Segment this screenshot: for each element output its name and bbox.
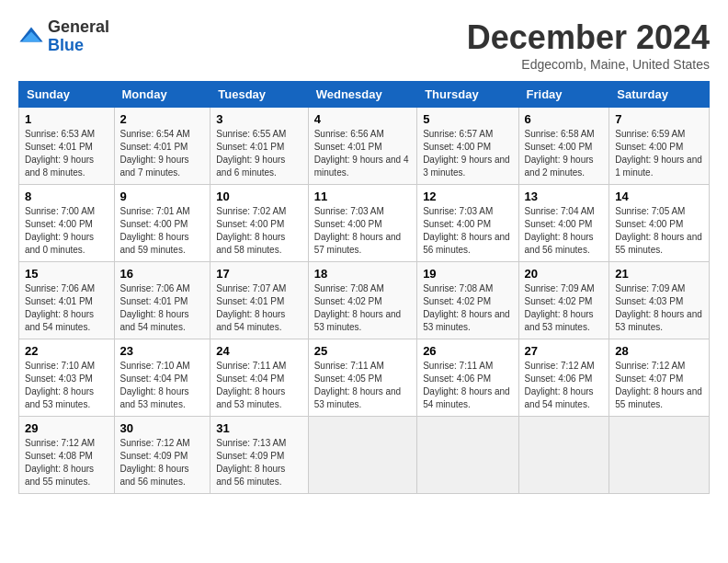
- day-number: 26: [423, 344, 512, 358]
- calendar-table: SundayMondayTuesdayWednesdayThursdayFrid…: [18, 81, 710, 494]
- day-number: 22: [25, 344, 108, 358]
- day-info: Sunrise: 7:06 AMSunset: 4:01 PMDaylight:…: [25, 283, 95, 332]
- day-cell: 13 Sunrise: 7:04 AMSunset: 4:00 PMDaylig…: [518, 185, 609, 262]
- day-cell: 7 Sunrise: 6:59 AMSunset: 4:00 PMDayligh…: [609, 108, 710, 185]
- day-cell: 29 Sunrise: 7:12 AMSunset: 4:08 PMDaylig…: [19, 417, 115, 494]
- day-number: 17: [216, 267, 301, 281]
- calendar-title: December 2024: [467, 18, 710, 57]
- header-thursday: Thursday: [417, 82, 518, 108]
- header-sunday: Sunday: [19, 82, 115, 108]
- day-info: Sunrise: 7:01 AMSunset: 4:00 PMDaylight:…: [120, 206, 190, 255]
- day-cell: 20 Sunrise: 7:09 AMSunset: 4:02 PMDaylig…: [518, 262, 609, 339]
- day-number: 10: [216, 190, 301, 203]
- day-cell: 24 Sunrise: 7:11 AMSunset: 4:04 PMDaylig…: [210, 339, 308, 417]
- day-info: Sunrise: 7:08 AMSunset: 4:02 PMDaylight:…: [423, 283, 510, 332]
- day-cell: 3 Sunrise: 6:55 AMSunset: 4:01 PMDayligh…: [210, 108, 308, 185]
- header-monday: Monday: [114, 82, 210, 108]
- day-cell: 25 Sunrise: 7:11 AMSunset: 4:05 PMDaylig…: [308, 339, 416, 417]
- day-cell: 14 Sunrise: 7:05 AMSunset: 4:00 PMDaylig…: [609, 185, 710, 262]
- day-info: Sunrise: 7:12 AMSunset: 4:09 PMDaylight:…: [120, 438, 190, 487]
- header: General Blue December 2024 Edgecomb, Mai…: [18, 18, 710, 72]
- day-cell: 5 Sunrise: 6:57 AMSunset: 4:00 PMDayligh…: [417, 108, 518, 185]
- day-info: Sunrise: 7:03 AMSunset: 4:00 PMDaylight:…: [314, 206, 402, 255]
- day-info: Sunrise: 7:12 AMSunset: 4:08 PMDaylight:…: [25, 438, 95, 487]
- day-cell: [518, 417, 609, 494]
- day-number: 5: [423, 112, 512, 126]
- day-info: Sunrise: 7:11 AMSunset: 4:05 PMDaylight:…: [314, 361, 402, 409]
- day-info: Sunrise: 7:07 AMSunset: 4:01 PMDaylight:…: [216, 283, 286, 332]
- day-number: 12: [423, 190, 512, 203]
- day-cell: 10 Sunrise: 7:02 AMSunset: 4:00 PMDaylig…: [210, 185, 308, 262]
- week-row-3: 15 Sunrise: 7:06 AMSunset: 4:01 PMDaylig…: [19, 262, 710, 339]
- header-tuesday: Tuesday: [210, 82, 308, 108]
- calendar-subtitle: Edgecomb, Maine, United States: [467, 57, 710, 72]
- day-number: 15: [25, 267, 108, 281]
- day-number: 24: [216, 344, 301, 358]
- day-number: 19: [423, 267, 512, 281]
- day-number: 29: [25, 421, 108, 435]
- calendar-header-row: SundayMondayTuesdayWednesdayThursdayFrid…: [19, 82, 710, 108]
- day-cell: 11 Sunrise: 7:03 AMSunset: 4:00 PMDaylig…: [308, 185, 416, 262]
- day-info: Sunrise: 6:53 AMSunset: 4:01 PMDaylight:…: [25, 129, 95, 178]
- logo-line1: General: [48, 18, 109, 37]
- header-wednesday: Wednesday: [308, 82, 416, 108]
- day-info: Sunrise: 6:56 AMSunset: 4:01 PMDaylight:…: [314, 129, 409, 178]
- day-number: 25: [314, 344, 411, 358]
- day-info: Sunrise: 7:09 AMSunset: 4:02 PMDaylight:…: [525, 283, 595, 332]
- day-cell: 2 Sunrise: 6:54 AMSunset: 4:01 PMDayligh…: [114, 108, 210, 185]
- day-cell: 12 Sunrise: 7:03 AMSunset: 4:00 PMDaylig…: [417, 185, 518, 262]
- day-cell: 4 Sunrise: 6:56 AMSunset: 4:01 PMDayligh…: [308, 108, 416, 185]
- day-cell: 8 Sunrise: 7:00 AMSunset: 4:00 PMDayligh…: [19, 185, 115, 262]
- day-number: 21: [615, 267, 703, 281]
- day-number: 2: [120, 112, 205, 126]
- day-info: Sunrise: 7:03 AMSunset: 4:00 PMDaylight:…: [423, 206, 510, 255]
- day-cell: 26 Sunrise: 7:11 AMSunset: 4:06 PMDaylig…: [417, 339, 518, 417]
- day-number: 7: [615, 112, 703, 126]
- day-number: 23: [120, 344, 205, 358]
- day-number: 4: [314, 112, 411, 126]
- day-cell: 17 Sunrise: 7:07 AMSunset: 4:01 PMDaylig…: [210, 262, 308, 339]
- day-cell: 6 Sunrise: 6:58 AMSunset: 4:00 PMDayligh…: [518, 108, 609, 185]
- day-cell: [308, 417, 416, 494]
- day-info: Sunrise: 7:00 AMSunset: 4:00 PMDaylight:…: [25, 206, 95, 255]
- day-info: Sunrise: 7:11 AMSunset: 4:06 PMDaylight:…: [423, 361, 510, 409]
- logo-line2: Blue: [48, 37, 109, 55]
- day-info: Sunrise: 7:04 AMSunset: 4:00 PMDaylight:…: [525, 206, 595, 255]
- day-cell: 30 Sunrise: 7:12 AMSunset: 4:09 PMDaylig…: [114, 417, 210, 494]
- day-info: Sunrise: 6:58 AMSunset: 4:00 PMDaylight:…: [525, 129, 595, 178]
- day-cell: 1 Sunrise: 6:53 AMSunset: 4:01 PMDayligh…: [19, 108, 115, 185]
- day-number: 11: [314, 190, 411, 203]
- day-info: Sunrise: 7:11 AMSunset: 4:04 PMDaylight:…: [216, 361, 286, 409]
- day-number: 16: [120, 267, 205, 281]
- day-number: 14: [615, 190, 703, 203]
- day-cell: 22 Sunrise: 7:10 AMSunset: 4:03 PMDaylig…: [19, 339, 115, 417]
- day-number: 31: [216, 421, 301, 435]
- day-number: 28: [615, 344, 703, 358]
- logo: General Blue: [18, 18, 109, 55]
- day-number: 6: [525, 112, 604, 126]
- day-cell: [417, 417, 518, 494]
- day-info: Sunrise: 7:09 AMSunset: 4:03 PMDaylight:…: [615, 283, 702, 332]
- week-row-1: 1 Sunrise: 6:53 AMSunset: 4:01 PMDayligh…: [19, 108, 710, 185]
- header-saturday: Saturday: [609, 82, 710, 108]
- day-info: Sunrise: 7:10 AMSunset: 4:04 PMDaylight:…: [120, 361, 190, 409]
- day-number: 20: [525, 267, 604, 281]
- day-cell: 18 Sunrise: 7:08 AMSunset: 4:02 PMDaylig…: [308, 262, 416, 339]
- day-info: Sunrise: 6:55 AMSunset: 4:01 PMDaylight:…: [216, 129, 286, 178]
- day-info: Sunrise: 7:06 AMSunset: 4:01 PMDaylight:…: [120, 283, 190, 332]
- day-number: 27: [525, 344, 604, 358]
- day-info: Sunrise: 7:02 AMSunset: 4:00 PMDaylight:…: [216, 206, 286, 255]
- week-row-5: 29 Sunrise: 7:12 AMSunset: 4:08 PMDaylig…: [19, 417, 710, 494]
- day-info: Sunrise: 7:12 AMSunset: 4:06 PMDaylight:…: [525, 361, 595, 409]
- day-info: Sunrise: 7:08 AMSunset: 4:02 PMDaylight:…: [314, 283, 402, 332]
- day-info: Sunrise: 6:59 AMSunset: 4:00 PMDaylight:…: [615, 129, 702, 178]
- day-cell: 16 Sunrise: 7:06 AMSunset: 4:01 PMDaylig…: [114, 262, 210, 339]
- day-number: 9: [120, 190, 205, 203]
- day-cell: 28 Sunrise: 7:12 AMSunset: 4:07 PMDaylig…: [609, 339, 710, 417]
- day-cell: 9 Sunrise: 7:01 AMSunset: 4:00 PMDayligh…: [114, 185, 210, 262]
- week-row-4: 22 Sunrise: 7:10 AMSunset: 4:03 PMDaylig…: [19, 339, 710, 417]
- day-cell: 31 Sunrise: 7:13 AMSunset: 4:09 PMDaylig…: [210, 417, 308, 494]
- day-info: Sunrise: 7:05 AMSunset: 4:00 PMDaylight:…: [615, 206, 702, 255]
- day-number: 1: [25, 112, 108, 126]
- week-row-2: 8 Sunrise: 7:00 AMSunset: 4:00 PMDayligh…: [19, 185, 710, 262]
